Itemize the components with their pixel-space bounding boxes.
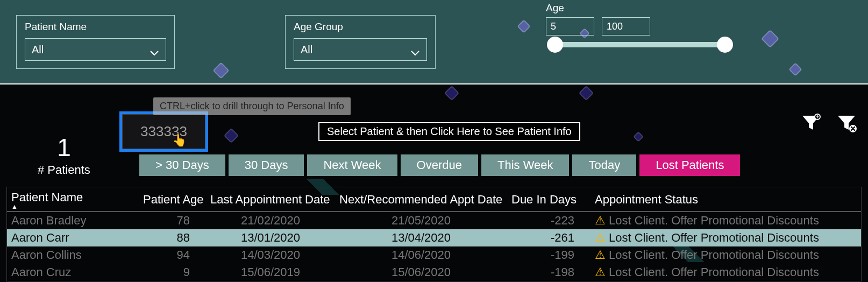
cell-name: Aaron Cruz: [7, 264, 139, 281]
cell-next-appt: 21/05/2020: [335, 211, 507, 229]
patient-name-dropdown[interactable]: All: [25, 38, 166, 61]
age-group-slicer: Age Group All: [285, 15, 436, 69]
cell-last-appt: 13/01/2020: [206, 229, 335, 246]
bookmark-nextweek[interactable]: Next Week: [307, 154, 397, 176]
cell-last-appt: 14/03/2020: [206, 246, 335, 264]
patient-name-slicer: Patient Name All: [16, 15, 175, 69]
cell-due: -223: [507, 211, 590, 229]
table-row[interactable]: Aaron Collins9414/03/202014/06/2020-199⚠…: [7, 246, 861, 264]
sort-asc-icon: ▲: [11, 205, 134, 209]
age-slider-track[interactable]: [551, 42, 729, 47]
cell-status: ⚠Lost Client. Offer Promotional Discount…: [590, 211, 861, 229]
filter-settings-icon[interactable]: [800, 112, 822, 134]
bookmark-thisweek[interactable]: This Week: [481, 154, 570, 176]
bookmark-lost[interactable]: Lost Patients: [639, 154, 740, 176]
cell-next-appt: 13/04/2020: [335, 229, 507, 246]
col-header-name[interactable]: Patient Name ▲: [7, 187, 139, 211]
chevron-down-icon: [150, 46, 159, 53]
report-body: CTRL+click to drill through to Personal …: [0, 84, 868, 282]
age-slider-thumb-min[interactable]: [547, 37, 563, 53]
cell-name: Aaron Collins: [7, 246, 139, 264]
col-header-next[interactable]: Next/Recommended Appt Date: [335, 187, 507, 211]
warning-icon: ⚠: [595, 248, 606, 262]
bookmark-bar: > 30 Days 30 Days Next Week Overdue This…: [139, 154, 740, 176]
chevron-down-icon: [410, 46, 420, 53]
bookmark-30days[interactable]: 30 Days: [229, 154, 304, 176]
patients-table[interactable]: Patient Name ▲ Patient Age Last Appointm…: [6, 187, 862, 281]
warning-icon: ⚠: [595, 265, 606, 279]
clear-filter-icon[interactable]: [836, 112, 857, 134]
cell-name: Aaron Carr: [7, 229, 139, 246]
bookmark-overdue[interactable]: Overdue: [401, 154, 478, 176]
patients-kpi-value: 1: [38, 133, 90, 162]
col-header-status[interactable]: Appointment Status: [590, 187, 861, 211]
cell-status: ⚠Lost Client. Offer Promotional Discount…: [590, 229, 861, 246]
warning-icon: ⚠: [595, 231, 606, 244]
cell-age: 88: [139, 229, 206, 246]
patient-name-selected: All: [32, 44, 44, 56]
cell-status: ⚠Lost Client. Offer Promotional Discount…: [590, 246, 861, 264]
drillthrough-tooltip: CTRL+click to drill through to Personal …: [153, 97, 351, 115]
bookmark-today[interactable]: Today: [572, 154, 636, 176]
cell-due: -199: [507, 246, 590, 264]
age-min-input[interactable]: 5: [546, 17, 594, 36]
cell-age: 9: [139, 264, 206, 281]
cell-due: -261: [507, 229, 590, 246]
table-row[interactable]: Aaron Carr8813/01/202013/04/2020-261⚠Los…: [7, 229, 861, 246]
bookmark-30plus[interactable]: > 30 Days: [139, 154, 225, 176]
cursor-hand-icon: 👆: [172, 133, 187, 147]
age-slider-thumb-max[interactable]: [717, 37, 733, 53]
warning-icon: ⚠: [595, 214, 606, 227]
patient-name-label: Patient Name: [25, 21, 166, 33]
age-group-dropdown[interactable]: All: [294, 38, 427, 61]
cell-last-appt: 21/02/2020: [206, 211, 335, 229]
cell-last-appt: 15/06/2019: [206, 264, 335, 281]
cell-due: -198: [507, 264, 590, 281]
age-group-selected: All: [301, 44, 312, 56]
table-row[interactable]: Aaron Bradley7821/02/202021/05/2020-223⚠…: [7, 211, 861, 229]
cell-age: 94: [139, 246, 206, 264]
age-slicer: Age 5 100: [546, 2, 739, 47]
cell-next-appt: 14/06/2020: [335, 246, 507, 264]
cell-next-appt: 15/06/2020: [335, 264, 507, 281]
col-header-age[interactable]: Patient Age: [139, 187, 206, 211]
table-row[interactable]: Aaron Cruz915/06/201915/06/2020-198⚠Lost…: [7, 264, 861, 281]
age-group-label: Age Group: [294, 21, 427, 33]
drill-card-value: 333333 👆: [122, 114, 205, 149]
cell-status: ⚠Lost Client. Offer Promotional Discount…: [590, 264, 861, 281]
cell-age: 78: [139, 211, 206, 229]
drill-card-selection[interactable]: 333333 👆: [119, 111, 208, 152]
table-header-row: Patient Name ▲ Patient Age Last Appointm…: [7, 187, 861, 211]
patients-kpi: 1 # Patients: [38, 133, 90, 177]
filter-panel: Patient Name All Age Group All Age 5 100: [0, 0, 868, 84]
age-max-input[interactable]: 100: [602, 17, 650, 36]
patients-kpi-label: # Patients: [38, 163, 90, 177]
col-header-due[interactable]: Due In Days: [507, 187, 590, 211]
col-header-last[interactable]: Last Appointment Date: [206, 187, 335, 211]
age-label: Age: [546, 2, 739, 14]
see-patient-info-button[interactable]: Select Patient & then Click Here to See …: [318, 122, 580, 141]
cell-name: Aaron Bradley: [7, 211, 139, 229]
